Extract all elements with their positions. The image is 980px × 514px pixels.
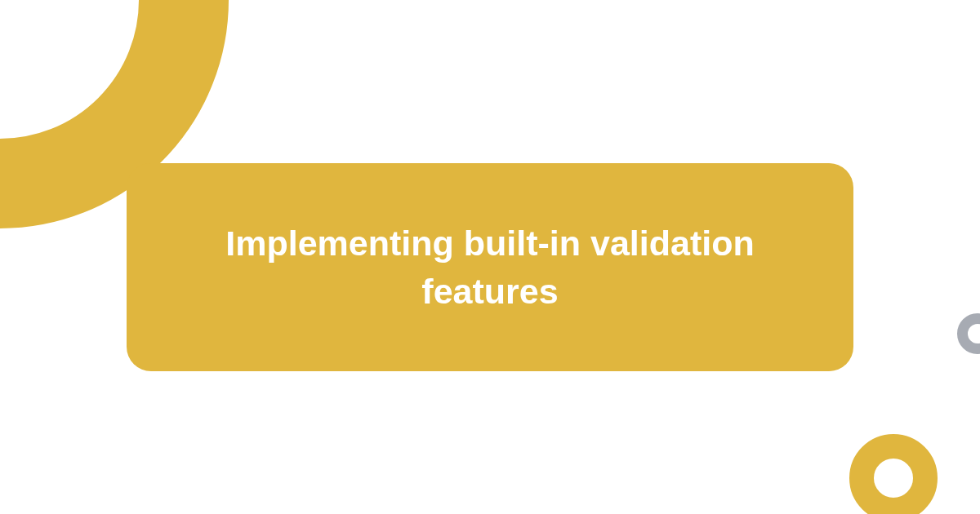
title-card: Implementing built-in validation feature… [127, 163, 853, 371]
ring-decoration-gray [957, 313, 980, 354]
title-text: Implementing built-in validation feature… [176, 219, 804, 314]
ring-decoration-yellow [849, 434, 938, 514]
